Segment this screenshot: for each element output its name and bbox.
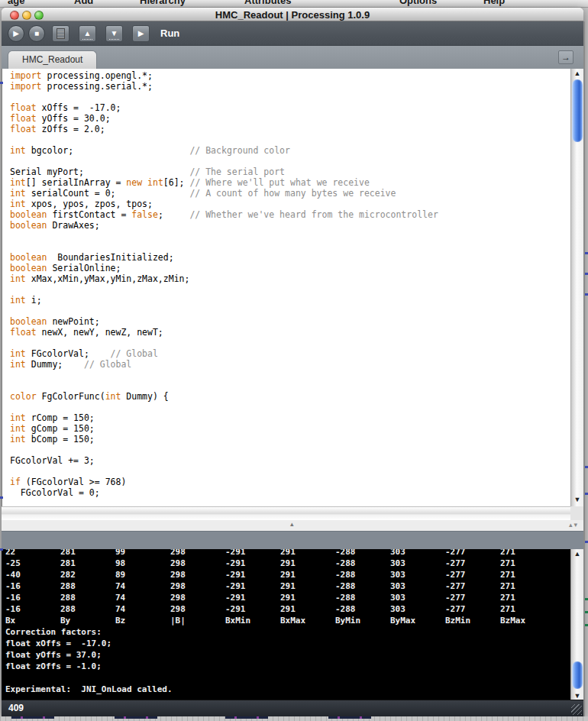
code-line: int gComp = 150; [10,423,570,434]
background-artifact [585,598,588,600]
menu-item[interactable]: Attributes [244,0,291,6]
tab-menu-button[interactable]: → [558,50,573,64]
console-line: 2228199298-291291-288303-277271 [2,549,583,558]
status-bar: 409 [2,700,583,716]
code-line [10,156,570,167]
resize-grip[interactable] [571,704,582,715]
editor-console-divider[interactable]: ▴ ▴▾ [2,520,583,531]
code-line [10,466,570,477]
code-line: int Dummy; // Global [10,359,570,370]
code-line [10,402,570,412]
background-timeline-strip [0,716,588,721]
code-line: boolean BoundariesInitialized; [10,252,570,263]
run-button[interactable]: ▶ [8,25,24,42]
background-artifact [0,82,3,84]
console-line: Experimental: JNI_OnLoad called. [2,684,583,695]
export-button[interactable]: ▶ [132,25,150,42]
code-line: int xMax,xMin,yMax,yMin,zMax,zMin; [10,273,570,284]
code-line: int FGcolorVal; // Global [10,348,570,359]
code-line: float yOffs = 30.0; [10,113,570,124]
console-line: -1628874298-291291-288303-277271 [2,580,583,592]
code-line [10,134,570,145]
code-line [10,241,570,252]
line-number: 409 [8,703,24,713]
console-line: -4028289298-291291-288303-277271 [2,569,583,580]
code-line: int xpos, ypos, zpos, tpos; [10,199,570,209]
scroll-up-arrow-icon[interactable]: ▲ [571,550,583,558]
menu-item[interactable]: Options [399,0,437,6]
background-artifact [585,493,588,495]
open-button[interactable]: ▲ [79,25,96,42]
message-area [2,531,583,549]
stop-icon: ■ [34,29,39,37]
divider-handle-icon[interactable]: ▴ [290,520,294,528]
code-line [10,284,570,295]
new-sketch-button[interactable] [52,25,69,42]
background-artifact [585,273,588,275]
code-line: int rComp = 150; [10,412,570,423]
code-line: color FgColorFunc(int Dummy) { [10,391,570,402]
save-button[interactable]: ▼ [105,25,123,42]
scroll-up-arrow-icon[interactable]: ▲ [571,69,583,79]
menu-item[interactable]: Help [483,0,505,6]
code-line: import processing.opengl.*; [10,70,570,81]
editor-scrollbar-thumb[interactable] [572,79,583,142]
tray-icon [109,38,119,40]
console-line: BxByBz|B|BxMinBxMaxByMinByMaxBzMinBzMax [2,615,583,626]
menu-item[interactable]: Hierarchy [140,0,186,6]
console-line: Correction factors: [2,626,583,638]
background-artifact [585,541,588,543]
editor-horizontal-scrollbar[interactable] [2,506,570,520]
console-line: float xOffs = -17.0; [2,638,583,649]
menu-item[interactable]: Add [74,0,93,6]
console-line: float yOffs = 37.0; [2,649,583,661]
code-text: import processing.opengl.*;import proces… [2,69,570,506]
code-line: FGcolorVal = 0; [10,487,570,498]
code-line [10,380,570,391]
divider-collapse-icons[interactable]: ▴▾ [569,521,579,529]
tab-strip: HMC_Readout → [2,46,583,69]
console-line: -1628874298-291291-288303-277271 [2,603,583,615]
code-line: FGcolorVal += 3; [10,455,570,466]
background-artifact [328,716,371,719]
code-line [10,445,570,455]
code-editor[interactable]: import processing.opengl.*;import proces… [2,69,570,506]
tab-hmc-readout[interactable]: HMC_Readout [8,50,97,69]
menu-item[interactable]: age [8,0,24,6]
code-line: boolean firstContact = false; // Whether… [10,209,570,220]
console-scrollbar-thumb[interactable] [572,661,583,689]
open-icon: ▲ [84,29,92,37]
console-line [2,672,583,684]
code-line: boolean newPoint; [10,316,570,327]
play-icon: ▶ [13,29,19,37]
code-line: boolean DrawAxes; [10,220,570,231]
console-line: float zOffs = -1.0; [2,661,583,672]
export-icon: ▶ [138,29,144,37]
code-line: int i; [10,295,570,306]
background-menubar: age Add Hierarchy Attributes Options Hel… [0,0,588,8]
save-icon: ▼ [111,29,118,37]
titlebar[interactable]: HMC_Readout | Processing 1.0.9 [2,8,583,21]
processing-window: HMC_Readout | Processing 1.0.9 ▶ ■ ▲ ▼ ▶… [2,8,583,716]
window-title: HMC_Readout | Processing 1.0.9 [2,9,583,21]
scroll-down-arrow-icon[interactable]: ▼ [571,692,583,700]
background-artifact [585,293,588,296]
screen: age Add Hierarchy Attributes Options Hel… [0,0,588,721]
background-artifact [585,252,588,254]
console-scrollbar[interactable]: ▲ ▼ [570,549,583,700]
run-status-label: Run [160,27,179,39]
editor-scrollbar[interactable]: ▲ ▼ [570,69,583,506]
code-line [10,92,570,102]
code-line: int bComp = 150; [10,434,570,445]
code-line: float zOffs = 2.0; [10,124,570,134]
new-document-icon [57,28,65,39]
stop-button[interactable]: ■ [28,25,45,42]
code-line: float newX, newY, newZ, newT; [10,327,570,338]
code-line [10,370,570,380]
scrollbar-corner [570,506,583,520]
scroll-down-arrow-icon[interactable]: ▼ [571,495,583,505]
console-line: -2528198298-291291-288303-277271 [2,558,583,569]
background-artifact [0,496,3,499]
code-line [10,231,570,241]
background-artifact [585,611,588,613]
